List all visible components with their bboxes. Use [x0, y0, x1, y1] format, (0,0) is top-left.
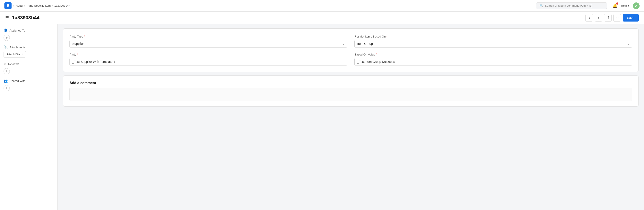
- restrict-items-group: Restrict Items Based On * Item Group Ite…: [354, 35, 632, 48]
- based-on-value-label: Based On Value *: [354, 53, 632, 56]
- save-button[interactable]: Save: [623, 14, 639, 22]
- shared-with-label: Shared With: [10, 79, 26, 82]
- page-header: ☰ 1a83903b44 ‹ › 🖨 ··· Save: [0, 12, 644, 24]
- form-card: Party Type * Supplier Customer Restrict …: [63, 28, 639, 72]
- user-icon: 👤: [4, 28, 8, 32]
- main-layout: 👤 Assigned To + 📎 Attachments Attach Fil…: [0, 24, 644, 210]
- restrict-items-select-wrapper: Item Group Item: [354, 40, 632, 48]
- page-title: 1a83903b44: [12, 15, 40, 21]
- chevron-down-icon: ▾: [628, 4, 629, 7]
- attachments-section: 📎 Attachments Attach File +: [4, 45, 54, 58]
- reviews-label: Reviews: [8, 62, 19, 66]
- party-input[interactable]: _Test Supplier With Template 1: [70, 58, 347, 66]
- shared-with-header: 👥 Shared With: [4, 79, 54, 83]
- restrict-items-select[interactable]: Item Group Item: [354, 40, 632, 48]
- breadcrumb-sep-3: ›: [52, 4, 53, 7]
- reviews-header: ☆ Reviews: [4, 62, 54, 66]
- attachments-label: Attachments: [10, 46, 26, 49]
- topnav-right: 🔔 Help ▾ A: [612, 2, 640, 9]
- based-on-value-group: Based On Value * _Test Item Group Deskto…: [354, 53, 632, 66]
- breadcrumb-sep-2: ›: [24, 4, 25, 7]
- add-assigned-to-button[interactable]: +: [4, 35, 10, 41]
- sidebar: 👤 Assigned To + 📎 Attachments Attach Fil…: [0, 24, 58, 210]
- more-options-button[interactable]: ···: [614, 14, 621, 22]
- breadcrumb-current: 1a83903b44: [54, 4, 70, 7]
- search-placeholder-text: Search or type a command (Ctrl + G): [545, 4, 592, 7]
- party-type-group: Party Type * Supplier Customer: [70, 35, 347, 48]
- comment-card: Add a comment: [63, 76, 639, 106]
- print-button[interactable]: 🖨: [604, 14, 612, 22]
- notification-badge: [616, 2, 618, 5]
- based-on-value-required: *: [376, 53, 377, 56]
- comment-input-area[interactable]: [70, 88, 632, 101]
- attach-file-plus-icon: +: [21, 52, 23, 56]
- party-type-select[interactable]: Supplier Customer: [70, 40, 347, 48]
- shared-with-section: 👥 Shared With +: [4, 79, 54, 91]
- hamburger-menu[interactable]: ☰: [5, 15, 9, 20]
- share-icon: 👥: [4, 79, 8, 83]
- add-shared-with-button[interactable]: +: [4, 85, 10, 91]
- add-review-button[interactable]: +: [4, 68, 10, 74]
- reviews-section: ☆ Reviews +: [4, 62, 54, 74]
- prev-button[interactable]: ‹: [586, 14, 593, 22]
- top-navigation: E › Retail › Party Specific Item › 1a839…: [0, 0, 644, 12]
- star-icon: ☆: [4, 62, 6, 66]
- assigned-to-section: 👤 Assigned To +: [4, 28, 54, 41]
- main-content: Party Type * Supplier Customer Restrict …: [58, 24, 644, 210]
- based-on-value-input[interactable]: _Test Item Group Desktops: [354, 58, 632, 66]
- breadcrumb-retail[interactable]: Retail: [16, 4, 23, 7]
- party-type-select-wrapper: Supplier Customer: [70, 40, 347, 48]
- avatar[interactable]: A: [633, 2, 640, 9]
- breadcrumb: › Retail › Party Specific Item › 1a83903…: [13, 4, 70, 7]
- page-actions: ‹ › 🖨 ··· Save: [586, 14, 639, 22]
- form-grid: Party Type * Supplier Customer Restrict …: [70, 35, 632, 66]
- attach-file-button[interactable]: Attach File +: [4, 51, 26, 58]
- attach-file-label: Attach File: [6, 52, 20, 56]
- next-button[interactable]: ›: [595, 14, 602, 22]
- search-bar[interactable]: 🔍 Search or type a command (Ctrl + G): [536, 2, 607, 9]
- assigned-to-header: 👤 Assigned To: [4, 28, 54, 32]
- party-group: Party * _Test Supplier With Template 1: [70, 53, 347, 66]
- restrict-items-required: *: [386, 35, 388, 38]
- breadcrumb-party-specific-item[interactable]: Party Specific Item: [27, 4, 50, 7]
- attachments-header: 📎 Attachments: [4, 45, 54, 49]
- comment-title: Add a comment: [70, 81, 632, 85]
- assigned-to-label: Assigned To: [10, 29, 25, 32]
- party-label: Party *: [70, 53, 347, 56]
- party-type-required: *: [84, 35, 85, 38]
- help-button[interactable]: Help ▾: [621, 4, 629, 7]
- party-required: *: [77, 53, 78, 56]
- party-type-label: Party Type *: [70, 35, 347, 38]
- paperclip-icon: 📎: [4, 45, 8, 49]
- notification-button[interactable]: 🔔: [612, 3, 617, 8]
- breadcrumb-sep-1: ›: [13, 4, 14, 7]
- app-logo: E: [4, 2, 12, 9]
- search-icon: 🔍: [540, 4, 543, 7]
- restrict-items-label: Restrict Items Based On *: [354, 35, 632, 38]
- help-label: Help: [621, 4, 627, 7]
